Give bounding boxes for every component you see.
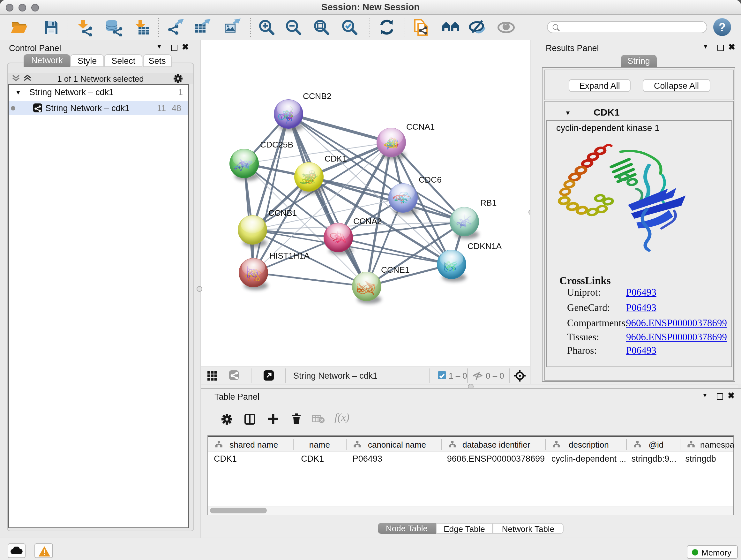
svg-text:RB1: RB1 bbox=[480, 198, 496, 207]
svg-text:CCNB2: CCNB2 bbox=[303, 91, 331, 101]
svg-text:CDC25B: CDC25B bbox=[260, 140, 293, 149]
svg-text:CCNA2: CCNA2 bbox=[353, 216, 382, 226]
svg-text:CDKN1A: CDKN1A bbox=[468, 241, 502, 251]
svg-text:CDC6: CDC6 bbox=[419, 175, 442, 185]
svg-text:?: ? bbox=[719, 20, 726, 34]
svg-text:CCNA1: CCNA1 bbox=[406, 122, 434, 132]
svg-text:CCNE1: CCNE1 bbox=[381, 265, 409, 274]
svg-text:HIST1H1A: HIST1H1A bbox=[269, 251, 310, 260]
svg-text:CDK1: CDK1 bbox=[325, 154, 347, 164]
svg-text:CCNB1: CCNB1 bbox=[268, 208, 297, 218]
